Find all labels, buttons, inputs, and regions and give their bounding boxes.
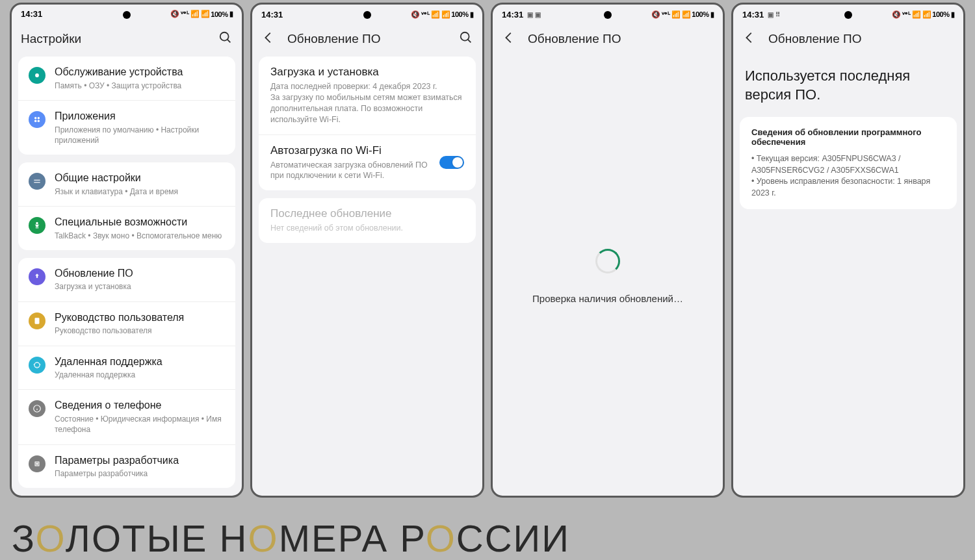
spinner-icon	[595, 249, 620, 274]
current-version: • Текущая версия: A305FNPUS6CWA3 / A305F…	[751, 153, 945, 176]
notif-icon: ▣ ▣	[527, 11, 541, 18]
manual-icon	[29, 312, 46, 329]
phone-update-checking: 14:31 ▣ ▣ 🔇 ᵛᵒᴸ 📶 📶 100%▮ Обновление ПО …	[491, 3, 725, 498]
status-time: 14:31	[21, 9, 42, 19]
download-install[interactable]: Загрузка и установка Дата последней пров…	[259, 57, 476, 134]
status-bar: 14:31 🔇 ᵛᵒᴸ 📶 📶 100%▮	[12, 5, 242, 24]
header: Обновление ПО	[733, 24, 963, 57]
update-card-2: Последнее обновление Нет сведений об это…	[259, 198, 476, 243]
security-patch: • Уровень исправления безопасности: 1 ян…	[751, 176, 945, 199]
accessibility-icon	[29, 217, 46, 234]
svg-point-6	[38, 120, 40, 123]
settings-remote-support[interactable]: Удаленная поддержкаУдаленная поддержка	[18, 346, 235, 390]
phone-update-latest: 14:31 ▣ ⠿ 🔇 ᵛᵒᴸ 📶 📶 100%▮ Обновление ПО …	[731, 3, 965, 498]
status-time: 14:31	[502, 10, 523, 19]
page-title: Настройки	[21, 32, 207, 46]
svg-point-2	[35, 73, 39, 77]
support-icon	[29, 357, 46, 374]
status-bar: 14:31 🔇 ᵛᵒᴸ 📶 📶 100%▮	[252, 5, 482, 24]
settings-group-1: Обслуживание устройстваПамять • ОЗУ • За…	[18, 57, 235, 155]
settings-software-update[interactable]: Обновление ПОЗагрузка и установка	[18, 258, 235, 301]
last-update: Последнее обновление Нет сведений об это…	[259, 198, 476, 243]
settings-developer-options[interactable]: Параметры разработчикаПараметры разработ…	[18, 444, 235, 488]
svg-rect-8	[34, 182, 40, 183]
back-icon[interactable]	[261, 31, 276, 47]
page-title: Обновление ПО	[528, 32, 714, 46]
dev-icon	[29, 455, 46, 472]
svg-point-17	[461, 32, 469, 41]
info-title: Сведения об обновлении программного обес…	[751, 127, 945, 147]
about-icon	[29, 400, 46, 417]
status-indicators: 🔇 ᵛᵒᴸ 📶 📶 100%▮	[411, 10, 473, 19]
header: Обновление ПО	[252, 24, 482, 57]
settings-general[interactable]: Общие настройкиЯзык и клавиатура • Дата …	[18, 162, 235, 206]
status-indicators: 🔇 ᵛᵒᴸ 📶 📶 100%▮	[651, 10, 714, 19]
page-title: Обновление ПО	[768, 32, 954, 46]
svg-point-11	[34, 362, 40, 367]
settings-accessibility[interactable]: Специальные возможностиTalkBack • Звук м…	[18, 206, 235, 250]
general-icon	[29, 173, 46, 190]
svg-point-4	[38, 117, 40, 120]
back-icon[interactable]	[502, 31, 516, 47]
status-time: 14:31	[742, 10, 764, 19]
svg-point-5	[34, 120, 37, 123]
settings-user-manual[interactable]: Руководство пользователяРуководство поль…	[18, 301, 235, 346]
status-indicators: 🔇 ᵛᵒᴸ 📶 📶 100%▮	[170, 10, 233, 18]
page-title: Обновление ПО	[287, 32, 447, 46]
settings-group-2: Общие настройкиЯзык и клавиатура • Дата …	[18, 162, 235, 250]
search-icon[interactable]	[218, 31, 233, 47]
svg-line-18	[468, 40, 471, 43]
software-info-card: Сведения об обновлении программного обес…	[740, 117, 957, 209]
notif-icon: ▣ ⠿	[768, 11, 780, 18]
status-bar: 14:31 ▣ ▣ 🔇 ᵛᵒᴸ 📶 📶 100%▮	[493, 5, 723, 24]
update-card-1: Загрузка и установка Дата последней пров…	[259, 57, 476, 190]
device-care-icon	[29, 67, 46, 84]
status-bar: 14:31 ▣ ⠿ 🔇 ᵛᵒᴸ 📶 📶 100%▮	[733, 5, 963, 24]
svg-point-0	[220, 32, 229, 41]
settings-device-care[interactable]: Обслуживание устройстваПамять • ОЗУ • За…	[18, 57, 235, 100]
settings-group-3: Обновление ПОЗагрузка и установка Руково…	[18, 258, 235, 488]
update-icon	[29, 268, 46, 285]
apps-icon	[29, 111, 46, 128]
svg-point-9	[36, 222, 38, 225]
svg-point-16	[36, 463, 38, 464]
headline: Используется последняя версия ПО.	[733, 57, 963, 117]
phone-settings: 14:31 🔇 ᵛᵒᴸ 📶 📶 100%▮ Настройки Обслужив…	[10, 3, 244, 498]
svg-rect-7	[34, 179, 40, 180]
loading-area: Проверка наличия обновлений…	[493, 57, 723, 496]
svg-rect-10	[35, 318, 40, 324]
svg-line-1	[228, 40, 231, 43]
wifi-toggle[interactable]	[439, 156, 464, 169]
settings-apps[interactable]: ПриложенияПриложения по умолчанию • Наст…	[18, 100, 235, 155]
search-icon[interactable]	[459, 31, 473, 47]
auto-wifi-download[interactable]: Автозагрузка по Wi-Fi Автоматическая заг…	[259, 134, 476, 191]
phone-update-menu: 14:31 🔇 ᵛᵒᴸ 📶 📶 100%▮ Обновление ПО Загр…	[250, 3, 484, 498]
svg-point-3	[34, 117, 37, 120]
status-indicators: 🔇 ᵛᵒᴸ 📶 📶 100%▮	[892, 10, 954, 19]
status-time: 14:31	[261, 10, 283, 19]
header: Обновление ПО	[493, 24, 723, 57]
settings-about-phone[interactable]: Сведения о телефонеСостояние • Юридическ…	[18, 389, 235, 444]
watermark-text: ЗОЛОТЫЕ НОМЕРА РОССИИ	[12, 516, 570, 560]
header: Настройки	[12, 24, 242, 57]
back-icon[interactable]	[742, 31, 757, 47]
loading-text: Проверка наличия обновлений…	[532, 293, 683, 304]
